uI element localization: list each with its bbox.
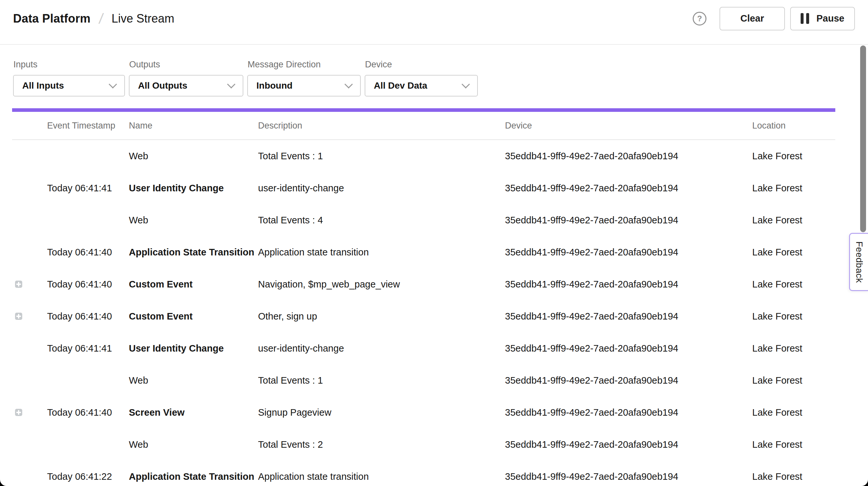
event-name-cell: Web bbox=[129, 439, 258, 450]
location-cell: Lake Forest bbox=[752, 439, 835, 450]
event-timestamp-cell: Today 06:41:22 bbox=[47, 471, 129, 482]
location-cell: Lake Forest bbox=[752, 375, 835, 386]
device-cell: 35eddb41-9ff9-49e2-7aed-20afa90eb194 bbox=[505, 343, 752, 354]
location-cell: Lake Forest bbox=[752, 311, 835, 322]
device-cell: 35eddb41-9ff9-49e2-7aed-20afa90eb194 bbox=[505, 439, 752, 450]
device-cell: 35eddb41-9ff9-49e2-7aed-20afa90eb194 bbox=[505, 183, 752, 193]
plus-icon bbox=[15, 409, 22, 416]
event-timestamp-cell: Today 06:41:41 bbox=[47, 183, 129, 193]
header-actions: ? Clear Pause bbox=[693, 7, 855, 30]
description-cell: Navigation, $mp_web_page_view bbox=[258, 279, 505, 290]
page-title: Live Stream bbox=[112, 12, 174, 26]
description-cell: Application state transition bbox=[258, 247, 505, 258]
event-timestamp-cell: Today 06:41:40 bbox=[47, 247, 129, 258]
expand-row-button[interactable] bbox=[15, 313, 22, 320]
inputs-select[interactable]: All Inputs bbox=[13, 75, 125, 96]
device-cell: 35eddb41-9ff9-49e2-7aed-20afa90eb194 bbox=[505, 279, 752, 290]
table-row[interactable]: Today 06:41:22Application State Transiti… bbox=[12, 460, 835, 486]
chevron-down-icon bbox=[108, 80, 117, 88]
inputs-select-value: All Inputs bbox=[22, 81, 64, 91]
table-row[interactable]: Today 06:41:41User Identity Changeuser-i… bbox=[12, 332, 835, 364]
location-cell: Lake Forest bbox=[752, 407, 835, 418]
feedback-tab[interactable]: Feedback bbox=[849, 233, 868, 291]
device-cell: 35eddb41-9ff9-49e2-7aed-20afa90eb194 bbox=[505, 407, 752, 418]
description-cell: Total Events : 4 bbox=[258, 215, 505, 226]
expand-row-button[interactable] bbox=[15, 281, 22, 288]
question-mark-glyph: ? bbox=[697, 14, 702, 23]
filter-inputs: Inputs All Inputs bbox=[13, 59, 125, 96]
message-direction-select[interactable]: Inbound bbox=[247, 75, 361, 96]
event-name-cell: Custom Event bbox=[129, 279, 258, 290]
pause-button[interactable]: Pause bbox=[790, 7, 855, 30]
plus-icon bbox=[15, 281, 22, 288]
breadcrumb-section[interactable]: Data Platform bbox=[13, 12, 91, 26]
table-row[interactable]: WebTotal Events : 135eddb41-9ff9-49e2-7a… bbox=[12, 364, 835, 396]
filter-message-direction: Message Direction Inbound bbox=[247, 59, 361, 96]
help-icon[interactable]: ? bbox=[693, 12, 707, 26]
description-cell: Application state transition bbox=[258, 471, 505, 482]
event-timestamp-cell: Today 06:41:40 bbox=[47, 279, 129, 290]
filter-outputs-label: Outputs bbox=[129, 59, 243, 70]
event-name-cell: Application State Transition bbox=[129, 247, 258, 258]
clear-button[interactable]: Clear bbox=[719, 7, 785, 30]
filter-device-label: Device bbox=[365, 59, 478, 70]
live-stream-page: Data Platform / Live Stream ? Clear Paus… bbox=[0, 0, 868, 486]
table-row[interactable]: Today 06:41:40Screen ViewSignup Pageview… bbox=[12, 396, 835, 428]
vertical-scrollbar-thumb[interactable] bbox=[860, 45, 866, 232]
device-cell: 35eddb41-9ff9-49e2-7aed-20afa90eb194 bbox=[505, 215, 752, 226]
expand-gutter-cell bbox=[12, 313, 47, 320]
column-header-device: Device bbox=[505, 121, 752, 131]
table-header: Event Timestamp Name Description Device … bbox=[12, 112, 835, 140]
outputs-select[interactable]: All Outputs bbox=[129, 75, 243, 96]
location-cell: Lake Forest bbox=[752, 279, 835, 290]
filter-outputs: Outputs All Outputs bbox=[129, 59, 243, 96]
column-header-location: Location bbox=[752, 121, 835, 131]
column-header-name: Name bbox=[129, 121, 258, 131]
location-cell: Lake Forest bbox=[752, 471, 835, 482]
pause-button-label: Pause bbox=[816, 13, 844, 24]
description-cell: Total Events : 1 bbox=[258, 151, 505, 161]
table-row[interactable]: Today 06:41:40Custom EventNavigation, $m… bbox=[12, 268, 835, 300]
event-name-cell: Screen View bbox=[129, 407, 258, 418]
expand-gutter-cell bbox=[12, 281, 47, 288]
table-body: WebTotal Events : 135eddb41-9ff9-49e2-7a… bbox=[0, 140, 868, 486]
event-name-cell: User Identity Change bbox=[129, 183, 258, 193]
device-cell: 35eddb41-9ff9-49e2-7aed-20afa90eb194 bbox=[505, 471, 752, 482]
expand-row-button[interactable] bbox=[15, 409, 22, 416]
description-cell: Total Events : 2 bbox=[258, 439, 505, 450]
event-name-cell: User Identity Change bbox=[129, 343, 258, 354]
table-row[interactable]: Today 06:41:40Application State Transiti… bbox=[12, 236, 835, 268]
column-header-description: Description bbox=[258, 121, 505, 131]
chevron-down-icon bbox=[227, 80, 235, 88]
filter-message-direction-label: Message Direction bbox=[248, 59, 361, 70]
plus-icon bbox=[15, 313, 22, 320]
location-cell: Lake Forest bbox=[752, 343, 835, 354]
filter-device: Device All Dev Data bbox=[365, 59, 478, 96]
table-row[interactable]: Today 06:41:40Custom EventOther, sign up… bbox=[12, 300, 835, 332]
location-cell: Lake Forest bbox=[752, 151, 835, 161]
device-select-value: All Dev Data bbox=[374, 81, 427, 91]
location-cell: Lake Forest bbox=[752, 183, 835, 193]
description-cell: user-identity-change bbox=[258, 343, 505, 354]
table-row[interactable]: WebTotal Events : 135eddb41-9ff9-49e2-7a… bbox=[12, 140, 835, 172]
location-cell: Lake Forest bbox=[752, 215, 835, 226]
event-name-cell: Web bbox=[129, 151, 258, 161]
clear-button-label: Clear bbox=[740, 13, 764, 24]
column-header-event-timestamp: Event Timestamp bbox=[47, 121, 129, 131]
filter-bar: Inputs All Inputs Outputs All Outputs Me… bbox=[0, 45, 868, 96]
device-select[interactable]: All Dev Data bbox=[365, 75, 478, 96]
event-timestamp-cell: Today 06:41:41 bbox=[47, 343, 129, 354]
device-cell: 35eddb41-9ff9-49e2-7aed-20afa90eb194 bbox=[505, 311, 752, 322]
pause-icon bbox=[801, 13, 809, 24]
event-name-cell: Application State Transition bbox=[129, 471, 258, 482]
device-cell: 35eddb41-9ff9-49e2-7aed-20afa90eb194 bbox=[505, 375, 752, 386]
table-row[interactable]: Today 06:41:41User Identity Changeuser-i… bbox=[12, 172, 835, 204]
message-direction-select-value: Inbound bbox=[256, 81, 292, 91]
event-name-cell: Web bbox=[129, 375, 258, 386]
event-name-cell: Custom Event bbox=[129, 311, 258, 322]
table-row[interactable]: WebTotal Events : 435eddb41-9ff9-49e2-7a… bbox=[12, 204, 835, 236]
event-name-cell: Web bbox=[129, 215, 258, 226]
page-header: Data Platform / Live Stream ? Clear Paus… bbox=[0, 0, 868, 45]
table-row[interactable]: WebTotal Events : 235eddb41-9ff9-49e2-7a… bbox=[12, 428, 835, 460]
feedback-tab-label: Feedback bbox=[854, 241, 864, 283]
